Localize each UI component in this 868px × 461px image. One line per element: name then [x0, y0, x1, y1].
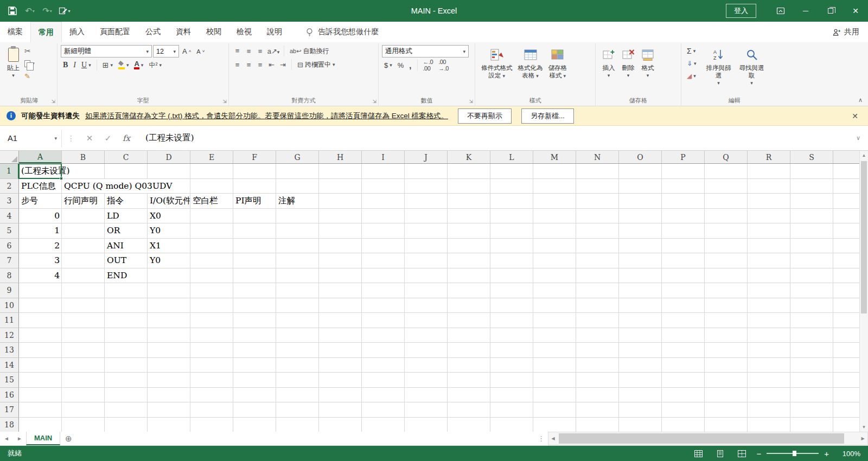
cell-G14[interactable]: [276, 358, 319, 373]
cell-K13[interactable]: [448, 343, 490, 358]
cell-L10[interactable]: [490, 298, 533, 313]
cell-F5[interactable]: [233, 223, 276, 239]
cell-P8[interactable]: [662, 268, 705, 284]
cell-K2[interactable]: [448, 179, 490, 194]
page-break-view-icon[interactable]: [735, 448, 749, 459]
font-color-button[interactable]: A▾: [132, 59, 145, 71]
cell-M9[interactable]: [533, 283, 576, 298]
cell-M11[interactable]: [533, 313, 576, 328]
cell-S14[interactable]: [790, 358, 833, 373]
row-header-6[interactable]: 6: [0, 239, 19, 254]
cell-P11[interactable]: [662, 313, 705, 328]
row-header-13[interactable]: 13: [0, 343, 19, 358]
cell-I4[interactable]: [362, 209, 405, 224]
cell-G16[interactable]: [276, 388, 319, 403]
zoom-in-icon[interactable]: +: [824, 449, 829, 458]
cell-N3[interactable]: [576, 194, 619, 209]
cell-S18[interactable]: [790, 418, 833, 432]
cell-G1[interactable]: [276, 164, 319, 179]
cell-A5[interactable]: 1: [19, 223, 62, 239]
cell-H15[interactable]: [319, 373, 362, 388]
cell-C6[interactable]: ANI: [105, 239, 148, 254]
cell-C16[interactable]: [105, 388, 148, 403]
horizontal-scroll-thumb[interactable]: [559, 433, 844, 444]
middle-align-icon[interactable]: ≡: [244, 47, 254, 55]
cell-M13[interactable]: [533, 343, 576, 358]
column-header-P[interactable]: P: [662, 151, 705, 163]
scroll-down-icon[interactable]: ▼: [860, 422, 868, 432]
cell-H10[interactable]: [319, 298, 362, 313]
cell-E7[interactable]: [190, 253, 233, 268]
cell-L13[interactable]: [490, 343, 533, 358]
cell-H17[interactable]: [319, 402, 362, 418]
cell-G18[interactable]: [276, 418, 319, 432]
column-header-A[interactable]: A: [19, 151, 62, 163]
cell-F4[interactable]: [233, 209, 276, 224]
cell-K3[interactable]: [448, 194, 490, 209]
cell-R11[interactable]: [748, 313, 790, 328]
cell-C8[interactable]: END: [105, 268, 148, 284]
cell-P4[interactable]: [662, 209, 705, 224]
row-header-5[interactable]: 5: [0, 223, 19, 239]
cell-H4[interactable]: [319, 209, 362, 224]
percent-style-button[interactable]: %: [395, 59, 406, 71]
bottom-align-icon[interactable]: ≡: [255, 47, 265, 55]
paste-button[interactable]: 貼上 ▾: [4, 45, 22, 82]
cell-Q3[interactable]: [705, 194, 748, 209]
cell-D1[interactable]: [148, 164, 190, 179]
cell-J17[interactable]: [405, 402, 448, 418]
cell-K16[interactable]: [448, 388, 490, 403]
horizontal-scroll-track[interactable]: [558, 432, 858, 445]
cell-F6[interactable]: [233, 239, 276, 254]
cell-N10[interactable]: [576, 298, 619, 313]
cell-N4[interactable]: [576, 209, 619, 224]
cell-S17[interactable]: [790, 402, 833, 418]
share-button[interactable]: 共用: [833, 22, 859, 42]
cell-Q13[interactable]: [705, 343, 748, 358]
cell-R3[interactable]: [748, 194, 790, 209]
cell-O9[interactable]: [619, 283, 662, 298]
cell-R4[interactable]: [748, 209, 790, 224]
cell-E10[interactable]: [190, 298, 233, 313]
cell-K11[interactable]: [448, 313, 490, 328]
cell-S6[interactable]: [790, 239, 833, 254]
cell-E16[interactable]: [190, 388, 233, 403]
row-header-8[interactable]: 8: [0, 268, 19, 284]
scroll-left-icon[interactable]: ◀: [548, 432, 558, 445]
column-header-S[interactable]: S: [790, 151, 833, 163]
cell-B17[interactable]: [62, 402, 105, 418]
cell-K7[interactable]: [448, 253, 490, 268]
cell-A16[interactable]: [19, 388, 62, 403]
format-cells-button[interactable]: 格式 ▾: [638, 45, 658, 79]
cell-D15[interactable]: [148, 373, 190, 388]
cell-S13[interactable]: [790, 343, 833, 358]
row-header-1[interactable]: 1: [0, 164, 19, 179]
number-dialog-launcher[interactable]: ⇲: [469, 99, 473, 104]
cell-L2[interactable]: [490, 179, 533, 194]
cell-P7[interactable]: [662, 253, 705, 268]
borders-button[interactable]: ⊞▾: [100, 59, 115, 71]
cell-J11[interactable]: [405, 313, 448, 328]
cell-A2[interactable]: PLC信息: [19, 179, 62, 194]
clear-button[interactable]: ◢▾: [685, 70, 699, 82]
cell-Q16[interactable]: [705, 388, 748, 403]
cell-H18[interactable]: [319, 418, 362, 432]
cell-E3[interactable]: 空白栏: [190, 194, 233, 209]
column-header-J[interactable]: J: [405, 151, 448, 163]
scroll-up-icon[interactable]: ▲: [860, 151, 868, 160]
cell-P1[interactable]: [662, 164, 705, 179]
cell-E17[interactable]: [190, 402, 233, 418]
cell-Q12[interactable]: [705, 328, 748, 343]
cell-B5[interactable]: [62, 223, 105, 239]
sheet-tab-main[interactable]: MAIN: [26, 432, 60, 445]
cell-G17[interactable]: [276, 402, 319, 418]
cell-E14[interactable]: [190, 358, 233, 373]
wrap-text-button[interactable]: ab↩ 自動換行: [288, 45, 331, 57]
row-header-17[interactable]: 17: [0, 402, 19, 418]
cell-B18[interactable]: [62, 418, 105, 432]
cell-O12[interactable]: [619, 328, 662, 343]
cell-P5[interactable]: [662, 223, 705, 239]
cell-N9[interactable]: [576, 283, 619, 298]
cell-J13[interactable]: [405, 343, 448, 358]
cell-K1[interactable]: [448, 164, 490, 179]
